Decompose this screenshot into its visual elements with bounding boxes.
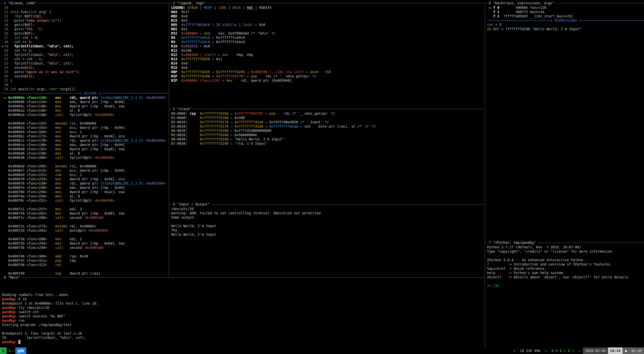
text-segment: ret	[47, 263, 70, 267]
text-segment: →	[229, 120, 235, 124]
text-segment: 01:0008	[171, 116, 185, 120]
text-segment	[187, 137, 200, 141]
ipython-terminal[interactable]: Python 2.7.17 (default, Nov 7 2019, 10:0…	[485, 243, 644, 347]
terminal-line: warning: GDB: Failed to set controlling …	[171, 211, 483, 215]
terminal-line: 24 second(3);	[2, 66, 167, 70]
text-segment: 25	[2, 70, 10, 74]
text-segment: 40068e func+126	[499, 6, 546, 10]
terminal-line: 15 puts("Thx. ");	[2, 27, 167, 31]
text-segment: puts(	[10, 70, 25, 74]
text-segment: STACK	[187, 6, 198, 10]
terminal-line: 17 int cnt = 0;	[2, 36, 167, 40]
program-io-terminal[interactable]: /dev/pts/10warning: GDB: Failed to set c…	[169, 205, 485, 277]
text-segment: <0x4005a0>	[84, 246, 104, 250]
pane-title-input-output: 4 "Input / Output"	[172, 202, 211, 206]
text-segment: 0x7fffffffd220	[181, 70, 210, 74]
terminal-line: 23 fprintf(stdout, "%d\n", cnt);	[2, 61, 167, 66]
text-segment	[501, 284, 503, 288]
text-segment: Starting program: /tmp/pwndbg/test	[2, 323, 72, 327]
text-segment: 0x7ffff7b97787	[235, 111, 263, 115]
text-segment: mov	[47, 168, 70, 172]
tmux-session-badge[interactable]: 2	[0, 347, 7, 354]
backtrace-terminal[interactable]: ► f 0 40068e func+126 f 1 400772 main+34…	[485, 4, 644, 243]
text-segment: │	[185, 141, 187, 145]
pane-border-vertical-left[interactable]	[169, 3, 169, 277]
text-segment	[187, 133, 200, 137]
terminal-line: 0x400711 <func+257> mov edi, 3	[2, 207, 167, 211]
terminal-line: 07:0038│ 0x7fffffffd198 ← "rld, I'm Inpu…	[171, 141, 483, 146]
text-segment: ← "rld, I'm Input"	[229, 141, 267, 145]
terminal-line: RDI 0x1	[171, 27, 483, 31]
terminal-line: 26 second(2);	[2, 74, 167, 78]
gdb-console-terminal[interactable]: Reading symbols from test...done.pwndbg>…	[0, 278, 485, 347]
text-segment: 0x7fffffffd188	[200, 133, 229, 137]
window-tab-gdb[interactable]: gdb	[15, 347, 26, 354]
text-segment: 0x4006a9 <func+153>	[2, 121, 47, 125]
power-icon: ●	[623, 347, 629, 354]
text-segment: mov	[47, 237, 70, 241]
text-segment: rbp	[70, 258, 76, 262]
text-segment: Python 2.7.17 (default, Nov 7 2019, 10:0…	[487, 245, 583, 249]
text-segment: 0x7ffff7fcb4c0	[181, 36, 210, 40]
text-segment: │	[185, 133, 187, 137]
disasm-code-terminal[interactable]: 10 11 void func(int arg) { 12 char BUF[1…	[0, 4, 169, 277]
text-segment: HEAP	[204, 6, 212, 10]
text-segment: 0x602010	[181, 44, 198, 48]
text-segment: mov	[47, 138, 70, 142]
text-segment: func(	[18, 10, 31, 14]
terminal-line: R8 0x7ffff7fcb4c0 ← 0x7ffff7fcb4c0	[171, 36, 483, 40]
text-segment: 02:0010	[171, 120, 185, 124]
text-segment: →	[229, 124, 235, 128]
text-segment: <0x4005a0>	[84, 216, 104, 220]
text-segment: Thx.	[171, 228, 181, 232]
text-segment: 0x7ffff7dd18c0 (_IO_stdfile_1_lock)	[181, 23, 253, 27]
terminal-line: 11 void func(int arg) {	[2, 10, 167, 14]
text-segment: movabs	[47, 121, 70, 125]
text-segment: 0x400716 <func+262>	[2, 211, 47, 215]
stack-terminal[interactable]: 00:0000│ rsp 0x7fffffffd160 → 0x7ffff7b9…	[169, 109, 485, 204]
text-segment: cnt *=	[10, 48, 29, 52]
registers-terminal[interactable]: LEGEND: STACK | HEAP | CODE | DATA | RWX…	[169, 4, 485, 109]
pane-legend-regs: 2 "legend, regs" LEGEND: STACK | HEAP | …	[169, 3, 485, 109]
text-segment: movabs	[47, 164, 70, 168]
text-segment: 0x7ffff7ffb2a0	[269, 124, 298, 128]
text-segment: mov	[47, 207, 70, 211]
text-segment: pwndbg>	[2, 297, 18, 301]
terminal-line: 03:0018│ 0x7fffffffd178 → 0x7fffffffd1b0…	[171, 124, 483, 129]
pane-border-vertical-right[interactable]	[485, 3, 485, 347]
text-segment: edi, 2	[70, 237, 82, 241]
text-segment: Hello World, I'm Input	[171, 232, 216, 237]
text-segment: R14	[171, 61, 181, 65]
text-segment: 17	[2, 36, 10, 40]
text-segment: 22	[2, 57, 10, 61]
text-segment: Hello World, I'm Input	[171, 224, 216, 228]
text-segment: →	[245, 70, 251, 74]
text-segment: dword ptr [rbp - 0xb0], eax	[70, 211, 125, 215]
text-segment: │	[185, 124, 187, 128]
text-segment: 0x4006b3 <func+163>	[2, 126, 47, 130]
text-segment: <0x400480>	[88, 228, 108, 232]
text-segment: nop	[47, 271, 70, 275]
terminal-line: Hello World, I'm Input	[171, 232, 483, 237]
text-segment: dword ptr [rbp - 0x94], ecx	[70, 134, 125, 138]
text-segment: R10	[171, 44, 181, 48]
terminal-line: 0x4006a4 <func+148> call fprintf@plt <0x…	[2, 113, 167, 117]
text-segment: ebp, ebp	[229, 53, 253, 57]
text-segment: 0x400735 <func+293>	[2, 241, 47, 245]
text-segment: R15	[171, 66, 181, 70]
text-segment: edx, dword ptr [rbp - 0x94]	[70, 143, 125, 147]
text-segment: 11	[2, 10, 10, 14]
text-segment: 0x40070c <func+252>	[2, 198, 47, 202]
text-segment: │	[185, 137, 187, 141]
terminal-line: Python 2.7.17 (default, Nov 7 2019, 10:0…	[487, 245, 642, 249]
text-segment	[487, 10, 493, 14]
terminal-line: RSI 0x40080d ← and eax, 0x4f000a64 /* '%…	[171, 31, 483, 36]
text-segment: →	[210, 74, 216, 78]
pane-title-stack: 3 "stack"	[172, 107, 192, 111]
text-segment: 26	[2, 74, 10, 78]
text-segment: call	[47, 216, 70, 220]
terminal-line: 0x400704 <func+244> mov dword ptr [rbp -…	[2, 190, 167, 194]
text-segment: 0x4006d8 <func+200>	[2, 156, 47, 160]
terminal-line: 10	[2, 6, 167, 10]
terminal-line	[2, 220, 167, 224]
